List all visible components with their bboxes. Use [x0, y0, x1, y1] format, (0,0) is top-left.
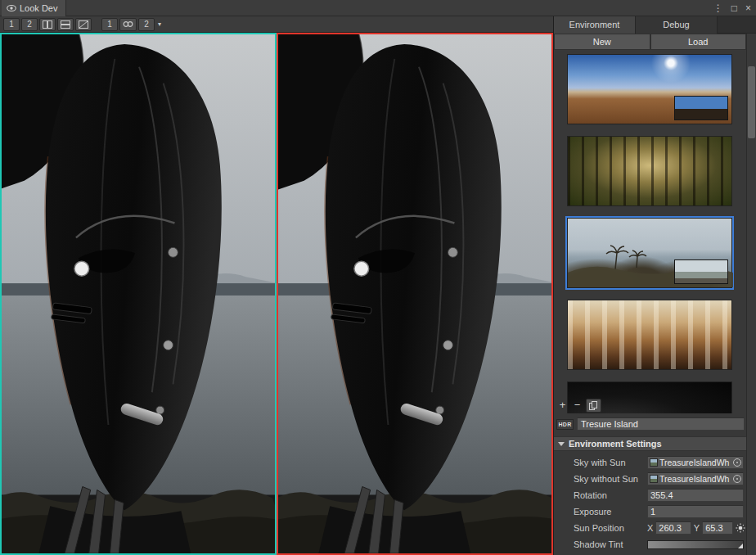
shadow-tint-row: Shadow Tint	[554, 536, 746, 553]
sun-position-fields: X 260.3 Y 65.3	[647, 521, 733, 535]
side-by-side-view-button[interactable]	[39, 18, 56, 31]
hdri-inset-preview	[674, 259, 728, 284]
close-icon[interactable]: ×	[745, 0, 751, 16]
window-tab-look-dev[interactable]: Look Dev	[2, 0, 66, 16]
new-button[interactable]: New	[554, 34, 650, 50]
sky-without-sun-row: Sky without Sun TreasureIslandWh	[554, 471, 746, 487]
environment-settings-title: Environment Settings	[569, 439, 662, 449]
titlebar: Look Dev ⋮ □ ×	[0, 0, 756, 16]
exposure-field[interactable]: 1	[647, 505, 744, 518]
sun-x-field[interactable]: 260.3	[655, 521, 691, 535]
split-view-icon	[61, 20, 70, 29]
panel-scrollbar[interactable]	[746, 34, 756, 555]
duplicate-hdri-button[interactable]	[586, 399, 601, 413]
object-picker-icon[interactable]	[733, 475, 741, 483]
scrollbar-thumb[interactable]	[748, 66, 755, 138]
split-view-button[interactable]	[57, 18, 74, 31]
shadow-tint-color-field[interactable]	[647, 540, 744, 549]
panel-tabs: Environment Debug	[554, 16, 756, 34]
lookdev-view-1[interactable]	[0, 33, 277, 555]
sky-with-sun-object-field[interactable]: TreasureIslandWh	[647, 456, 744, 469]
zone-view-icon	[79, 20, 88, 29]
tab-debug[interactable]: Debug	[636, 16, 718, 34]
remove-hdri-icon[interactable]: −	[571, 399, 583, 412]
hdri-thumbnail-forest[interactable]	[567, 136, 732, 206]
environment-name-field[interactable]: Tresure Island	[577, 417, 745, 431]
restore-icon[interactable]: □	[731, 0, 737, 16]
view-1-badge[interactable]: 1	[101, 18, 118, 31]
environment-settings-header[interactable]: Environment Settings	[554, 436, 746, 451]
hdri-thumbnail-church-interior[interactable]	[567, 300, 732, 370]
tab-environment[interactable]: Environment	[554, 16, 636, 34]
single-view-2-button[interactable]: 2	[21, 18, 38, 31]
sun-position-row: Sun Position X 260.3 Y 65.3	[554, 520, 746, 536]
hdri-thumbnail-list	[554, 50, 745, 413]
hdr-badge-icon: HDR	[556, 419, 574, 430]
sky-with-sun-label: Sky with Sun	[574, 458, 626, 467]
sun-y-label: Y	[694, 523, 700, 533]
environment-panel: Environment Debug New Load	[553, 16, 756, 555]
lookdev-viewports	[0, 33, 553, 555]
rotation-row: Rotation 355.4	[554, 487, 746, 503]
texture-thumbnail-icon	[650, 458, 658, 467]
hdri-thumbnail-desert-sun[interactable]	[567, 54, 732, 124]
link-views-button[interactable]	[119, 18, 137, 31]
look-dev-window: Look Dev ⋮ □ × 1 2	[0, 0, 756, 555]
hdri-thumbnail-treasure-island[interactable]	[567, 218, 732, 288]
rotation-label: Rotation	[574, 490, 607, 500]
load-button[interactable]: Load	[650, 34, 747, 50]
library-actions: New Load	[554, 34, 746, 50]
single-view-1-button[interactable]: 1	[3, 18, 20, 31]
hdri-list-toolbar: + −	[556, 397, 601, 413]
texture-thumbnail-icon	[650, 475, 658, 483]
shadow-tint-label: Shadow Tint	[574, 539, 623, 549]
window-title: Look Dev	[20, 3, 57, 13]
sky-without-sun-label: Sky without Sun	[574, 474, 638, 484]
exposure-label: Exposure	[574, 507, 611, 517]
window-controls: ⋮ □ ×	[713, 0, 751, 16]
zone-view-button[interactable]	[75, 18, 92, 31]
side-by-side-icon	[43, 20, 52, 29]
foldout-arrow-icon	[558, 442, 565, 449]
window-menu-icon[interactable]: ⋮	[713, 0, 723, 16]
lookdev-view-2[interactable]	[277, 33, 553, 555]
sun-picker-button[interactable]	[735, 522, 746, 534]
link-icon	[123, 20, 133, 28]
sky-with-sun-row: Sky with Sun TreasureIslandWh	[554, 454, 746, 471]
view-dropdown-icon[interactable]: ▾	[156, 20, 163, 28]
object-picker-icon[interactable]	[733, 458, 741, 467]
sky-without-sun-object-field[interactable]: TreasureIslandWh	[647, 472, 744, 485]
rotation-field[interactable]: 355.4	[647, 489, 744, 502]
add-hdri-icon[interactable]: +	[556, 399, 569, 412]
eye-icon	[7, 4, 16, 12]
hdr-name-row: HDR Tresure Island	[556, 417, 745, 431]
duplicate-icon	[589, 401, 598, 410]
sun-y-field[interactable]: 65.3	[702, 521, 733, 535]
lookdev-toolbar: 1 2 1 2 ▾	[0, 16, 553, 33]
exposure-row: Exposure 1	[554, 503, 746, 520]
sun-position-label: Sun Position	[574, 523, 624, 533]
sun-icon	[736, 523, 745, 533]
view-2-badge[interactable]: 2	[138, 18, 155, 31]
hdri-inset-preview	[674, 96, 728, 120]
sun-x-label: X	[647, 523, 653, 533]
